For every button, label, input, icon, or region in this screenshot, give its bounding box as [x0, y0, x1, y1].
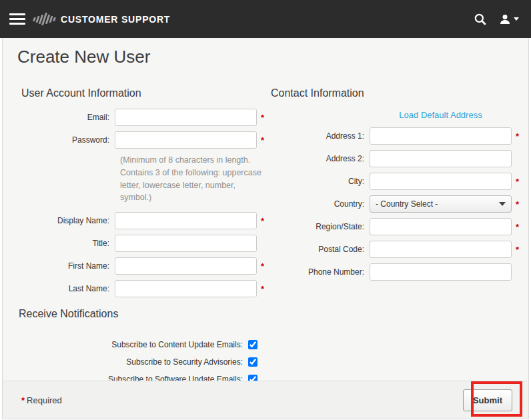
- last-name-input[interactable]: [115, 280, 257, 297]
- required-asterisk: *: [261, 216, 264, 226]
- required-label: Required: [27, 395, 62, 405]
- chevron-down-icon: [499, 202, 506, 206]
- address1-input[interactable]: [370, 127, 512, 145]
- required-note: *Required: [21, 395, 62, 405]
- first-name-input[interactable]: [115, 257, 257, 275]
- page-title: Create New User: [17, 47, 528, 67]
- notifications-section-title: Receive Notifications: [19, 308, 528, 320]
- postal-code-row: Postal Code: *: [270, 241, 528, 258]
- password-input[interactable]: [115, 131, 257, 149]
- required-asterisk: *: [21, 395, 25, 405]
- brand-title: CUSTOMER SUPPORT: [61, 14, 170, 25]
- submit-button[interactable]: Submit: [463, 389, 512, 411]
- address1-row: Address 1: *: [270, 127, 528, 145]
- country-select[interactable]: - Country Select -: [370, 195, 512, 213]
- country-select-value: - Country Select -: [376, 199, 438, 209]
- search-icon[interactable]: [474, 13, 487, 26]
- region-state-row: Region/State: *: [270, 218, 528, 235]
- region-state-input[interactable]: [370, 218, 512, 235]
- password-row: Password: *: [13, 131, 270, 149]
- last-name-row: Last Name: *: [13, 280, 270, 297]
- title-row: Title:: [13, 235, 270, 252]
- country-label: Country:: [270, 199, 370, 209]
- email-input[interactable]: [115, 109, 257, 126]
- address2-input[interactable]: [370, 150, 512, 167]
- title-label: Title:: [13, 239, 115, 248]
- top-navbar: CUSTOMER SUPPORT: [0, 0, 531, 38]
- password-label: Password:: [13, 135, 115, 145]
- content-update-emails-checkbox[interactable]: [248, 340, 257, 349]
- load-default-address-link[interactable]: Load Default Address: [399, 110, 482, 120]
- required-asterisk: *: [516, 199, 519, 209]
- required-asterisk: *: [516, 131, 519, 141]
- display-name-label: Display Name:: [13, 216, 115, 225]
- display-name-row: Display Name: *: [13, 212, 270, 229]
- form-footer: *Required Submit: [3, 381, 528, 419]
- security-advisories-label: Subscribe to Security Advisories:: [3, 357, 248, 367]
- hamburger-menu-icon[interactable]: [9, 13, 25, 25]
- app-window: CUSTOMER SUPPORT Create New User: [0, 0, 531, 420]
- page-content: Create New User User Account Information…: [2, 38, 529, 419]
- contact-section-title: Contact Information: [271, 87, 528, 99]
- first-name-label: First Name:: [13, 261, 115, 271]
- chevron-down-icon: [514, 17, 519, 21]
- user-icon: [499, 13, 511, 25]
- required-asterisk: *: [261, 113, 264, 123]
- contact-info-section: Contact Information Load Default Address…: [270, 87, 528, 303]
- brand-wave-logo-icon: [33, 11, 55, 28]
- country-row: Country: - Country Select - *: [270, 195, 528, 213]
- required-asterisk: *: [261, 284, 264, 294]
- postal-code-input[interactable]: [370, 241, 512, 258]
- address1-label: Address 1:: [270, 131, 370, 141]
- required-asterisk: *: [516, 177, 519, 187]
- city-label: City:: [270, 177, 370, 186]
- city-input[interactable]: [370, 173, 512, 190]
- account-section-title: User Account Information: [21, 87, 270, 99]
- content-update-emails-label: Subscribe to Content Update Emails:: [3, 340, 248, 349]
- phone-number-input[interactable]: [370, 263, 512, 281]
- title-input[interactable]: [115, 235, 257, 252]
- display-name-input[interactable]: [115, 212, 257, 229]
- address2-row: Address 2:: [270, 150, 528, 167]
- notifications-section: Receive Notifications Subscribe to Conte…: [3, 308, 528, 384]
- address2-label: Address 2:: [270, 154, 370, 163]
- email-row: Email: *: [13, 109, 270, 126]
- email-label: Email:: [13, 113, 115, 122]
- required-asterisk: *: [516, 222, 519, 232]
- postal-code-label: Postal Code:: [270, 245, 370, 254]
- account-info-section: User Account Information Email: * Passwo…: [3, 87, 270, 303]
- user-menu[interactable]: [499, 13, 519, 25]
- password-requirements-note: (Minimum of 8 characters in length. Cont…: [120, 154, 266, 204]
- security-advisories-checkbox[interactable]: [248, 357, 257, 367]
- first-name-row: First Name: *: [13, 257, 270, 275]
- required-asterisk: *: [516, 245, 519, 255]
- region-state-label: Region/State:: [270, 222, 370, 231]
- security-advisories-row: Subscribe to Security Advisories:: [3, 357, 528, 367]
- content-update-emails-row: Subscribe to Content Update Emails:: [3, 340, 528, 349]
- phone-number-label: Phone Number:: [270, 267, 370, 277]
- phone-number-row: Phone Number:: [270, 263, 528, 281]
- last-name-label: Last Name:: [13, 284, 115, 293]
- required-asterisk: *: [261, 135, 264, 145]
- required-asterisk: *: [261, 261, 264, 271]
- city-row: City: *: [270, 173, 528, 190]
